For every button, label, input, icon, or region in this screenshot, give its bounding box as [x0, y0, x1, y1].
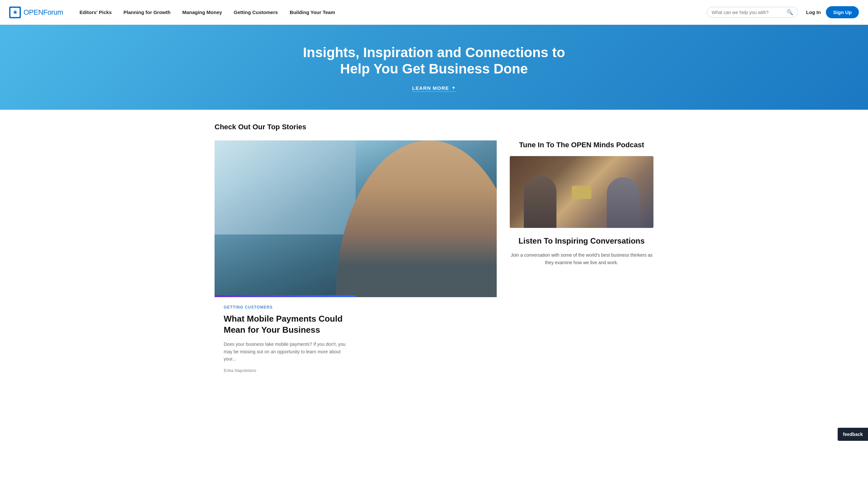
- article-info-box: GETTING CUSTOMERS What Mobile Payments C…: [215, 297, 355, 381]
- login-link[interactable]: Log In: [806, 9, 820, 15]
- podcast-listen-title: Listen To Inspiring Conversations: [510, 236, 653, 246]
- article-category: GETTING CUSTOMERS: [224, 305, 346, 310]
- search-bar: 🔍: [707, 7, 798, 18]
- amex-badge-icon: ★: [9, 6, 21, 18]
- nav-link-editors-picks[interactable]: Editors' Picks: [73, 7, 118, 18]
- search-input[interactable]: [712, 10, 787, 15]
- logo-open: OPEN: [24, 8, 43, 16]
- featured-article[interactable]: GETTING CUSTOMERS What Mobile Payments C…: [215, 140, 497, 381]
- hero-banner: Insights, Inspiration and Connections to…: [0, 25, 868, 110]
- main-content: Check Out Our Top Stories GETTING CUSTOM…: [206, 110, 662, 381]
- featured-image: [215, 140, 497, 297]
- color-bar: [215, 295, 355, 297]
- learn-more-button[interactable]: LEARN MORE ▼: [412, 85, 456, 92]
- nav-link-managing-money[interactable]: Managing Money: [176, 7, 228, 18]
- search-icon[interactable]: 🔍: [787, 9, 793, 15]
- logo-link[interactable]: ★ OPENForum: [9, 6, 63, 18]
- podcast-title: Tune In To The OPEN Minds Podcast: [510, 140, 653, 150]
- logo-forum: Forum: [43, 8, 63, 16]
- table-center: [572, 186, 591, 199]
- navbar: ★ OPENForum Editors' Picks Planning for …: [0, 0, 868, 25]
- podcast-image[interactable]: [510, 156, 653, 228]
- article-excerpt: Does your business take mobile payments?…: [224, 341, 346, 362]
- top-stories-title: Check Out Our Top Stories: [215, 123, 653, 131]
- nav-link-getting-customers[interactable]: Getting Customers: [228, 7, 284, 18]
- figure-left: [524, 176, 556, 228]
- nav-links: Editors' Picks Planning for Growth Manag…: [73, 7, 707, 18]
- article-author: Erika Napoletano: [224, 368, 346, 373]
- logo-text: OPENForum: [24, 8, 63, 17]
- featured-image-background: [215, 140, 497, 297]
- hero-title: Insights, Inspiration and Connections to…: [287, 44, 581, 77]
- chevron-down-icon: ▼: [452, 86, 456, 90]
- podcast-section: Tune In To The OPEN Minds Podcast Listen…: [510, 140, 653, 381]
- figure-right: [607, 177, 640, 228]
- nav-link-building-your-team[interactable]: Building Your Team: [284, 7, 341, 18]
- signup-button[interactable]: Sign Up: [826, 6, 859, 18]
- content-grid: GETTING CUSTOMERS What Mobile Payments C…: [215, 140, 653, 381]
- article-title[interactable]: What Mobile Payments Could Mean for Your…: [224, 314, 346, 336]
- podcast-description: Join a conversation with some of the wor…: [510, 251, 653, 266]
- nav-link-planning-for-growth[interactable]: Planning for Growth: [118, 7, 176, 18]
